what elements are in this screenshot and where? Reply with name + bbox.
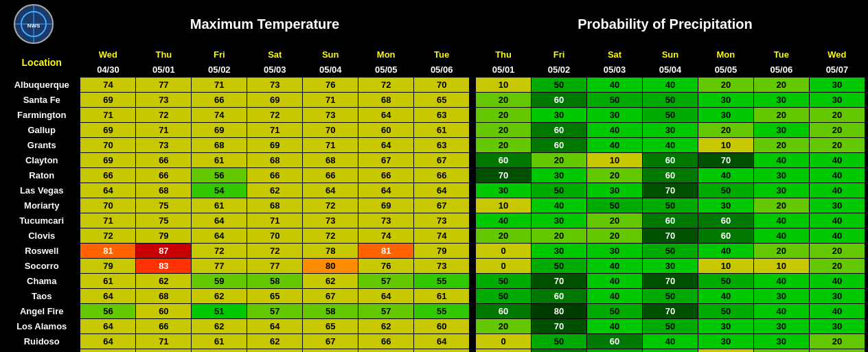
precip-cell-r0-c4: 20 bbox=[698, 78, 753, 93]
precip-cell-r12-c2: 40 bbox=[587, 259, 643, 274]
temp-cell-r16-c4: 65 bbox=[303, 319, 358, 334]
precip-cell-r13-c3: 70 bbox=[642, 274, 698, 289]
precip-cell-r12-c0: 0 bbox=[476, 259, 532, 274]
temp-cell-r5-c5: 67 bbox=[358, 153, 414, 168]
temp-cell-r13-c2: 59 bbox=[192, 274, 247, 289]
temp-cell-r13-c4: 62 bbox=[303, 274, 358, 289]
temp-cell-r3-c4: 70 bbox=[303, 123, 358, 138]
table-row: Angel Fire5660515758575560805070504040 bbox=[3, 304, 865, 319]
precip-cell-r7-c3: 70 bbox=[642, 183, 698, 198]
row-divider-1 bbox=[470, 93, 476, 108]
temp-cell-r15-c0: 56 bbox=[80, 304, 136, 319]
temp-cell-r7-c3: 62 bbox=[247, 183, 303, 198]
temp-cell-r17-c3: 62 bbox=[247, 334, 303, 349]
temp-cell-r4-c1: 73 bbox=[136, 138, 192, 153]
table-row: Gallup6971697170606120604030203020 bbox=[3, 123, 865, 138]
precip-cell-r1-c4: 30 bbox=[698, 93, 753, 108]
temp-cell-r8-c3: 68 bbox=[247, 198, 303, 213]
precip-cell-r17-c5: 30 bbox=[753, 334, 809, 349]
precip-cell-r15-c2: 50 bbox=[587, 304, 643, 319]
location-cell-10: Clovis bbox=[3, 228, 80, 244]
temp-cell-r4-c2: 68 bbox=[192, 138, 247, 153]
temp-cell-r14-c2: 62 bbox=[192, 289, 247, 304]
temp-cell-r14-c6: 61 bbox=[414, 289, 470, 304]
temp-cell-r17-c2: 61 bbox=[192, 334, 247, 349]
precip-cell-r4-c6: 20 bbox=[809, 138, 865, 153]
precip-cell-r11-c4: 40 bbox=[698, 244, 753, 259]
precip-cell-r8-c4: 30 bbox=[698, 198, 753, 213]
table-row: Tucumcari7175647173737340302060604040 bbox=[3, 213, 865, 228]
temp-cell-r1-c6: 65 bbox=[414, 93, 470, 108]
precip-cell-r8-c5: 20 bbox=[753, 198, 809, 213]
temp-cell-r0-c4: 76 bbox=[303, 78, 358, 93]
precip-cell-r13-c5: 40 bbox=[753, 274, 809, 289]
precip-cell-r10-c1: 20 bbox=[532, 228, 587, 244]
precip-date-header-0: 05/01 bbox=[476, 62, 532, 78]
temp-cell-r5-c3: 68 bbox=[247, 153, 303, 168]
temp-cell-r14-c4: 67 bbox=[303, 289, 358, 304]
precip-cell-r7-c0: 30 bbox=[476, 183, 532, 198]
temp-cell-r1-c0: 69 bbox=[80, 93, 136, 108]
precip-cell-r15-c4: 50 bbox=[698, 304, 753, 319]
temp-cell-r10-c3: 70 bbox=[247, 228, 303, 244]
row-divider-9 bbox=[470, 213, 476, 228]
precip-cell-r8-c1: 40 bbox=[532, 198, 587, 213]
temp-cell-r16-c0: 64 bbox=[80, 319, 136, 334]
precip-cell-r3-c1: 60 bbox=[532, 123, 587, 138]
precip-cell-r18-c1: 60 bbox=[532, 349, 587, 353]
row-divider-14 bbox=[470, 289, 476, 304]
precip-cell-r14-c6: 30 bbox=[809, 289, 865, 304]
temp-cell-r4-c3: 69 bbox=[247, 138, 303, 153]
precip-cell-r15-c6: 40 bbox=[809, 304, 865, 319]
precip-day-header-0: Thu bbox=[476, 47, 532, 62]
precip-cell-r3-c0: 20 bbox=[476, 123, 532, 138]
temp-cell-r9-c4: 73 bbox=[303, 213, 358, 228]
precip-cell-r17-c6: 20 bbox=[809, 334, 865, 349]
precip-cell-r8-c0: 10 bbox=[476, 198, 532, 213]
temp-cell-r10-c6: 74 bbox=[414, 228, 470, 244]
temp-cell-r14-c3: 65 bbox=[247, 289, 303, 304]
precip-cell-r12-c5: 10 bbox=[753, 259, 809, 274]
table-row: Las Vegas6468546264646430503070503040 bbox=[3, 183, 865, 198]
temp-cell-r10-c1: 79 bbox=[136, 228, 192, 244]
precip-cell-r5-c1: 20 bbox=[532, 153, 587, 168]
precip-cell-r15-c3: 70 bbox=[642, 304, 698, 319]
main-container: NWS Maximum Temperature Probability of P… bbox=[0, 0, 868, 352]
temp-cell-r7-c0: 64 bbox=[80, 183, 136, 198]
precip-cell-r5-c4: 70 bbox=[698, 153, 753, 168]
temp-cell-r11-c3: 72 bbox=[247, 244, 303, 259]
temp-cell-r5-c0: 69 bbox=[80, 153, 136, 168]
temp-cell-r0-c6: 70 bbox=[414, 78, 470, 93]
temp-cell-r15-c1: 60 bbox=[136, 304, 192, 319]
temp-cell-r15-c5: 57 bbox=[358, 304, 414, 319]
precip-date-header-5: 05/06 bbox=[753, 62, 809, 78]
precip-cell-r2-c4: 30 bbox=[698, 108, 753, 123]
precip-cell-r1-c6: 30 bbox=[809, 93, 865, 108]
temp-cell-r17-c4: 67 bbox=[303, 334, 358, 349]
temp-cell-r16-c3: 64 bbox=[247, 319, 303, 334]
precip-cell-r10-c0: 20 bbox=[476, 228, 532, 244]
temp-cell-r8-c5: 69 bbox=[358, 198, 414, 213]
table-row: Roswell818772727881790303050402020 bbox=[3, 244, 865, 259]
temp-cell-r16-c1: 66 bbox=[136, 319, 192, 334]
temp-cell-r2-c0: 71 bbox=[80, 108, 136, 123]
precip-cell-r16-c0: 20 bbox=[476, 319, 532, 334]
temp-cell-r9-c6: 73 bbox=[414, 213, 470, 228]
max-temp-date-header-0: 04/30 bbox=[80, 62, 136, 78]
temp-cell-r0-c1: 77 bbox=[136, 78, 192, 93]
temp-cell-r10-c5: 74 bbox=[358, 228, 414, 244]
temp-cell-r4-c0: 70 bbox=[80, 138, 136, 153]
temp-cell-r2-c5: 64 bbox=[358, 108, 414, 123]
precip-cell-r11-c0: 0 bbox=[476, 244, 532, 259]
max-temp-day-header-5: Mon bbox=[358, 47, 414, 62]
precip-cell-r18-c4: 10 bbox=[698, 349, 753, 353]
precip-cell-r15-c0: 60 bbox=[476, 304, 532, 319]
temp-cell-r6-c5: 66 bbox=[358, 168, 414, 183]
precip-cell-r9-c4: 60 bbox=[698, 213, 753, 228]
precip-cell-r17-c4: 30 bbox=[698, 334, 753, 349]
precip-cell-r2-c5: 20 bbox=[753, 108, 809, 123]
temp-cell-r2-c1: 72 bbox=[136, 108, 192, 123]
temp-cell-r14-c0: 64 bbox=[80, 289, 136, 304]
precip-cell-r11-c3: 50 bbox=[642, 244, 698, 259]
temp-cell-r7-c2: 54 bbox=[192, 183, 247, 198]
